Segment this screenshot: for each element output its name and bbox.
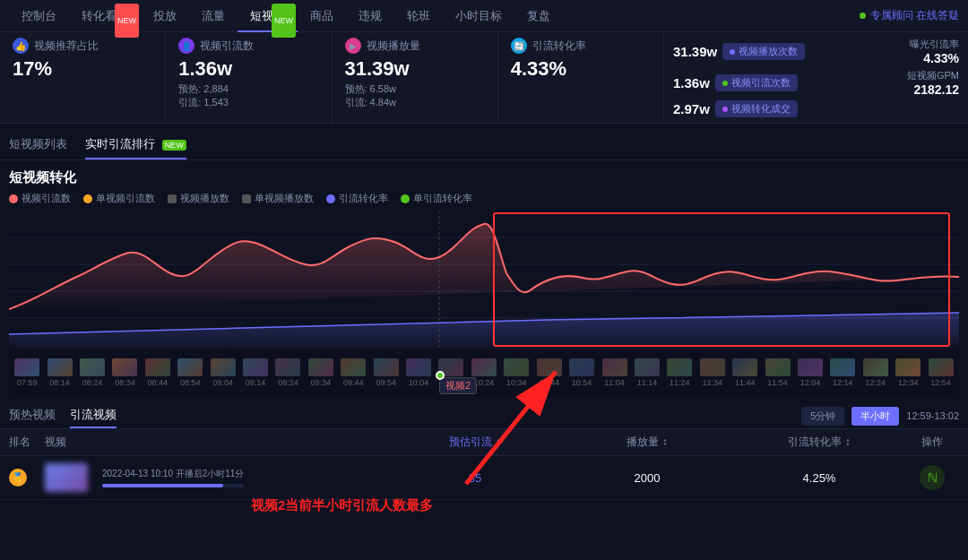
timeline-item-0[interactable]: 07:59 <box>11 358 43 387</box>
nav-item-shift[interactable]: 轮班 <box>394 0 443 32</box>
timeline-indicator <box>436 371 445 380</box>
stat-value-recommend: 17% <box>13 57 152 81</box>
nav-badge-new: NEW <box>115 4 139 38</box>
sub-tab-right: 5分钟 半小时 12:59-13:02 <box>801 407 959 426</box>
nav-item-hourgoal[interactable]: 小时目标 <box>443 0 514 32</box>
timeline-item-28[interactable]: 12:54 <box>924 358 956 387</box>
legend-leads: 视频引流数 <box>9 192 71 205</box>
time-range-label: 12:59-13:02 <box>906 410 959 421</box>
timeline-item-27[interactable]: 12:34 <box>892 358 924 387</box>
timeline-item-18[interactable]: 11:04 <box>598 358 630 387</box>
rank-cell: 🥇 <box>9 469 45 487</box>
stat-icon-conv: 🔄 <box>511 38 527 54</box>
col-header-action: 操作 <box>905 435 959 450</box>
btn-halfhour[interactable]: 半小时 <box>851 407 899 426</box>
stat-icon-recommend: 👍 <box>13 38 29 54</box>
plays-cell: 2000 <box>561 471 733 485</box>
timeline-item-26[interactable]: 12:24 <box>860 358 892 387</box>
timeline-item-20[interactable]: 11:24 <box>663 358 696 387</box>
timeline-item-3[interactable]: 08:34 <box>108 358 141 387</box>
nav-right-advisor[interactable]: 专属顾问 在线答疑 <box>860 8 959 23</box>
tabs-bar: 短视频列表 实时引流排行 NEW <box>0 124 968 160</box>
nav-badge-shortvideo: NEW <box>272 4 296 38</box>
tab-videolist[interactable]: 短视频列表 <box>9 131 67 159</box>
nav-item-product[interactable]: 商品 <box>298 0 346 32</box>
right-row-2: 1.36w 视频引流次数 短视频GPM 2182.12 <box>673 69 959 97</box>
timeline-item-16[interactable]: 10:44 <box>533 358 566 387</box>
legend-dot-single-conv <box>401 194 410 203</box>
timeline-item-7[interactable]: 09:14 <box>239 358 272 387</box>
timeline-labels: 07:59 08:14 08:24 08:34 08:44 08:54 09:0… <box>9 358 959 387</box>
col-header-conv: 引流转化率 ↕ <box>733 435 905 450</box>
timeline-item-4[interactable]: 08:44 <box>142 358 174 387</box>
timeline-item-2[interactable]: 08:24 <box>76 358 108 387</box>
chart-svg <box>9 211 959 349</box>
mini-dot-1 <box>730 49 735 55</box>
right-val-2: 2182.12 <box>887 82 959 97</box>
col-header-rank: 排名 <box>9 435 45 450</box>
subtab-preheat[interactable]: 预热视频 <box>9 403 56 428</box>
nav-item-review[interactable]: 复盘 <box>514 0 563 32</box>
nav-item-placement[interactable]: 投放 <box>141 0 189 32</box>
video-thumbnail <box>45 463 88 492</box>
top-nav: 控制台 转化看板 NEW 投放 流量 短视频 NEW 商品 违规 轮班 小时目标… <box>0 0 968 32</box>
legend-plays: 视频播放数 <box>168 192 229 205</box>
nav-item-conversion[interactable]: 转化看板 NEW <box>69 0 141 32</box>
timeline-item-17[interactable]: 10:54 <box>566 358 598 387</box>
nav-item-shortvideo[interactable]: 短视频 NEW <box>238 0 298 32</box>
timeline-item-15[interactable]: 10:34 <box>500 358 532 387</box>
timeline-item-5[interactable]: 08:54 <box>174 358 206 387</box>
timeline-item-9[interactable]: 09:34 <box>305 358 337 387</box>
btn-5min[interactable]: 5分钟 <box>801 407 844 426</box>
timeline-row[interactable]: 07:59 08:14 08:24 08:34 08:44 08:54 09:0… <box>9 349 959 396</box>
legend-sq-single-plays <box>242 194 251 203</box>
timeline-item-12[interactable]: 10:04 <box>402 358 435 387</box>
timeline-item-24[interactable]: 12:04 <box>794 358 826 387</box>
conv-cell: 4.25% <box>733 471 905 485</box>
timeline-item-11[interactable]: 09:54 <box>369 358 402 387</box>
tab-realtime[interactable]: 实时引流排行 NEW <box>85 131 186 159</box>
chart-wrapper[interactable] <box>9 211 959 349</box>
col-header-leads: 预估引流 ↕ <box>389 435 561 450</box>
nav-item-console[interactable]: 控制台 <box>9 0 69 32</box>
stat-icon-leads: 👤 <box>178 38 194 54</box>
bottom-section: 预热视频 引流视频 5分钟 半小时 12:59-13:02 排名 视频 预估引流… <box>0 396 968 500</box>
stat-label-conv: 引流转化率 <box>532 39 586 54</box>
mini-val-2: 1.36w <box>673 75 710 90</box>
right-label-2: 短视频GPM <box>887 69 959 82</box>
mini-dot-2 <box>722 81 728 86</box>
timeline-item-25[interactable]: 12:14 <box>826 358 859 387</box>
subtab-lead[interactable]: 引流视频 <box>70 403 117 428</box>
timeline-item-22[interactable]: 11:44 <box>729 358 761 387</box>
action-icon-n[interactable]: ℕ <box>920 465 945 490</box>
timeline-item-10[interactable]: 09:44 <box>337 358 369 387</box>
stat-plays: ▶ 视频播放量 31.39w 预热: 6.58w 引流: 4.84w <box>333 32 498 123</box>
action-cell[interactable]: ℕ <box>905 465 959 490</box>
nav-item-violation[interactable]: 违规 <box>346 0 394 32</box>
progress-bar-fill <box>102 484 223 487</box>
stat-value-leads: 1.36w <box>178 57 318 81</box>
legend-single-plays: 单视频播放数 <box>242 192 314 205</box>
stats-section: 👍 视频推荐占比 17% 👤 视频引流数 1.36w 预热: 2,884 引流:… <box>0 32 968 124</box>
timeline-item-1[interactable]: 08:14 <box>43 358 75 387</box>
video-cell: 2022-04-13 10:10 开播后2小时11分 <box>45 463 389 492</box>
right-panel: 31.39w 视频播放次数 曝光引流率 4.33% 1.36w 视频引流次数 <box>663 32 968 123</box>
chart-title: 短视频转化 <box>9 169 959 186</box>
timeline-item-6[interactable]: 09:04 <box>206 358 238 387</box>
timeline-item-8[interactable]: 09:24 <box>272 358 304 387</box>
right-val-1: 4.33% <box>887 51 959 65</box>
timeline-item-21[interactable]: 11:34 <box>696 358 729 387</box>
online-dot <box>860 13 866 19</box>
timeline-item-23[interactable]: 11:54 <box>761 358 793 387</box>
stat-icon-plays: ▶ <box>345 38 361 54</box>
stat-sub-plays: 预热: 6.58w 引流: 4.84w <box>345 82 485 109</box>
timeline-item-19[interactable]: 11:14 <box>631 358 663 387</box>
nav-item-flow[interactable]: 流量 <box>189 0 238 32</box>
legend-dot-leads <box>9 194 18 203</box>
stat-conv: 🔄 引流转化率 4.33% <box>498 32 663 123</box>
legend-conv-rate: 引流转化率 <box>326 192 388 205</box>
mini-val-1: 31.39w <box>673 44 717 59</box>
stat-recommend: 👍 视频推荐占比 17% <box>0 32 166 123</box>
right-label-1: 曝光引流率 <box>887 38 959 51</box>
legend-dot-single-leads <box>83 194 92 203</box>
